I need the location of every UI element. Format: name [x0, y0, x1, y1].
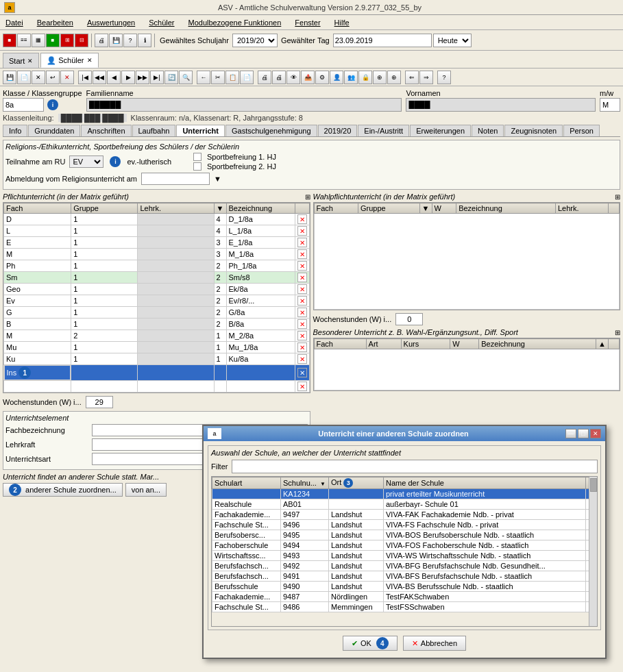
modal-logo: a: [208, 428, 221, 439]
modal-overlay: a Unterricht einer anderen Schule zuordn…: [0, 0, 623, 672]
abbrechen-button[interactable]: ✕ Abbrechen: [403, 636, 466, 651]
modal-table-row-2[interactable]: Fachakademie... 9497 Landshut VIVA-FAK F…: [212, 510, 597, 520]
modal-title: Unterricht einer anderen Schule zuordnen: [221, 430, 565, 438]
modal-content: Auswahl der Schule, an welcher der Unter…: [204, 441, 605, 658]
modal-table-row-1[interactable]: Realschule AB01 außerbayr- Schule 01: [212, 499, 597, 510]
modal-table-row-6[interactable]: Wirtschaftssc... 9493 Landshut VIVA-WS W…: [212, 551, 597, 561]
modal-maximize[interactable]: □: [578, 429, 589, 438]
scrollbar-thumb[interactable]: [590, 478, 597, 492]
modal-table-row-5[interactable]: Fachoberschule 9494 Landshut VIVA-FOS Fa…: [212, 540, 597, 551]
th-name[interactable]: Name der Schule: [384, 477, 586, 489]
modal-table-row-7[interactable]: Berufsfachsch... 9492 Landshut VIVA-BFG …: [212, 561, 597, 571]
modal-table: Schulart Schulnu... ▼ Ort 3 Name der Sch…: [212, 477, 597, 612]
modal-section: Auswahl der Schule, an welcher der Unter…: [208, 445, 601, 630]
modal-table-container[interactable]: Schulart Schulnu... ▼ Ort 3 Name der Sch…: [211, 476, 598, 627]
modal-table-row-4[interactable]: Berufsobersc... 9495 Landshut VIVA-BOS B…: [212, 530, 597, 540]
modal-controls: — □ ✕: [565, 429, 601, 438]
modal-titlebar: a Unterricht einer anderen Schule zuordn…: [204, 426, 605, 441]
modal-table-row-9[interactable]: Berufsschule 9490 Landshut VIVA-BS Beruf…: [212, 582, 597, 592]
modal-window: a Unterricht einer anderen Schule zuordn…: [202, 425, 607, 659]
filter-input[interactable]: [232, 460, 598, 473]
th-ort[interactable]: Ort 3: [329, 477, 384, 489]
filter-row: Filter: [211, 460, 598, 473]
modal-footer: ✔ OK 4 ✕ Abbrechen: [208, 633, 601, 654]
modal-table-row-8[interactable]: Berufsfachsch... 9491 Landshut VIVA-BFS …: [212, 571, 597, 582]
modal-table-row-11[interactable]: Fachschule St... 9486 Memmingen TestFSSc…: [212, 602, 597, 612]
th-schulart[interactable]: Schulart: [212, 477, 281, 489]
ok-button[interactable]: ✔ OK 4: [343, 636, 398, 651]
ok-badge: 4: [376, 637, 389, 649]
modal-minimize[interactable]: —: [565, 429, 576, 438]
scrollbar[interactable]: [589, 477, 597, 626]
ort-badge: 3: [343, 478, 353, 488]
th-schulnu[interactable]: Schulnu... ▼: [281, 477, 329, 489]
modal-table-row-10[interactable]: Fachakademie... 9487 Nördlingen TestFAKS…: [212, 592, 597, 602]
modal-table-row-0[interactable]: KA1234 privat erteilter Musikunterricht: [212, 489, 597, 499]
modal-table-row-3[interactable]: Fachschule St... 9496 Landshut VIVA-FS F…: [212, 520, 597, 530]
filter-label: Filter: [211, 462, 228, 471]
modal-section-title: Auswahl der Schule, an welcher der Unter…: [211, 449, 598, 457]
modal-close[interactable]: ✕: [590, 429, 601, 438]
